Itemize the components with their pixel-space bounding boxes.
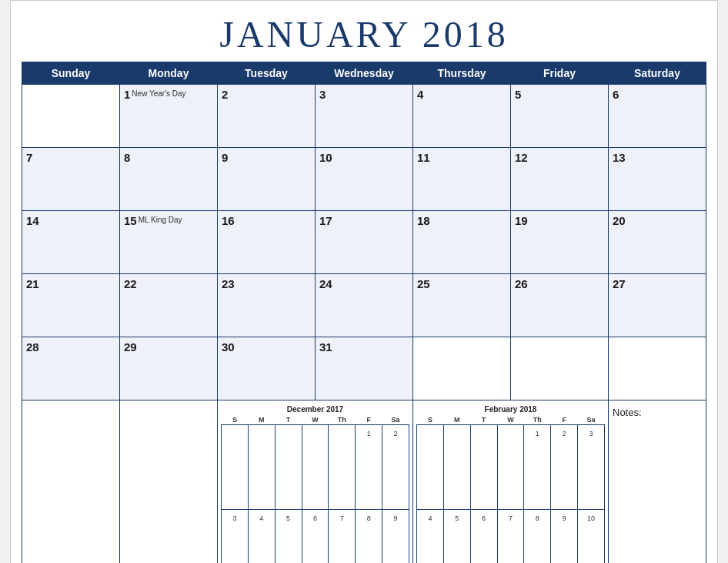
calendar-day-cell[interactable]: 16 bbox=[218, 211, 316, 274]
day-number: 5 bbox=[515, 88, 521, 101]
calendar-day-cell[interactable]: 13 bbox=[609, 148, 706, 211]
header-cell: Thursday bbox=[413, 62, 511, 85]
header-cell: Sunday bbox=[22, 62, 120, 85]
mini-cal-feb: February 2018SMTWThFSa123456789101112131… bbox=[413, 400, 609, 564]
day-number: 24 bbox=[319, 277, 332, 290]
header-cell: Tuesday bbox=[218, 62, 316, 85]
calendar-day-cell[interactable] bbox=[511, 337, 609, 400]
bottom-empty-mon bbox=[120, 400, 218, 564]
bottom-empty-sun bbox=[22, 400, 120, 564]
day-number: 14 bbox=[26, 214, 39, 227]
day-number: 30 bbox=[222, 340, 235, 354]
holiday-label: New Year's Day bbox=[132, 89, 185, 98]
day-number: 13 bbox=[613, 151, 626, 164]
day-number: 17 bbox=[319, 214, 332, 227]
day-number: 16 bbox=[222, 214, 235, 227]
day-number: 7 bbox=[26, 151, 32, 164]
calendar-day-cell[interactable] bbox=[609, 337, 706, 400]
day-number: 4 bbox=[417, 88, 423, 101]
calendar-container: JANUARY 2018 SundayMondayTuesdayWednesda… bbox=[10, 0, 718, 563]
calendar-week-row: 28293031 bbox=[22, 337, 706, 400]
calendar-day-cell[interactable] bbox=[413, 337, 511, 400]
calendar-day-cell[interactable]: 11 bbox=[413, 148, 511, 211]
calendar-day-cell[interactable]: 2 bbox=[218, 85, 316, 148]
day-number: 26 bbox=[515, 277, 528, 290]
calendar-day-cell[interactable]: 22 bbox=[120, 274, 218, 337]
day-number: 11 bbox=[417, 151, 430, 164]
day-number: 10 bbox=[319, 151, 332, 164]
day-number: 19 bbox=[515, 214, 528, 227]
calendar-day-cell[interactable]: 20 bbox=[609, 211, 706, 274]
day-number: 12 bbox=[515, 151, 528, 164]
calendar-day-cell[interactable]: 28 bbox=[22, 337, 120, 400]
day-number: 27 bbox=[613, 277, 626, 290]
mini-cal-dec: December 2017SMTWThFSa123456789101112131… bbox=[218, 400, 413, 564]
calendar-day-cell[interactable]: 7 bbox=[22, 148, 120, 211]
header-cell: Wednesday bbox=[316, 62, 413, 85]
calendar-day-cell[interactable]: 19 bbox=[511, 211, 609, 274]
day-number: 29 bbox=[124, 340, 137, 354]
calendar-day-cell[interactable]: 27 bbox=[609, 274, 706, 337]
calendar-day-cell[interactable]: 8 bbox=[120, 148, 218, 211]
day-number: 21 bbox=[26, 277, 39, 290]
calendar-day-cell[interactable]: 18 bbox=[413, 211, 511, 274]
calendar-day-cell[interactable]: 12 bbox=[511, 148, 609, 211]
day-number: 1 bbox=[124, 88, 130, 101]
header-row: SundayMondayTuesdayWednesdayThursdayFrid… bbox=[22, 62, 706, 85]
day-number: 9 bbox=[222, 151, 228, 164]
calendar-week-row: 78910111213 bbox=[22, 148, 706, 211]
calendar-day-cell[interactable]: 3 bbox=[316, 85, 413, 148]
day-number: 22 bbox=[124, 277, 137, 290]
calendar-day-cell[interactable]: 14 bbox=[22, 211, 120, 274]
calendar-day-cell[interactable]: 17 bbox=[316, 211, 413, 274]
calendar-day-cell[interactable]: 15ML King Day bbox=[120, 211, 218, 274]
calendar-title: JANUARY 2018 bbox=[22, 8, 706, 62]
day-number: 28 bbox=[26, 340, 39, 354]
calendar-day-cell[interactable] bbox=[22, 85, 120, 148]
calendar-week-row: 1New Year's Day23456 bbox=[22, 85, 706, 148]
header-cell: Saturday bbox=[609, 62, 706, 85]
notes-label: Notes: bbox=[613, 407, 642, 418]
header-cell: Monday bbox=[120, 62, 218, 85]
day-number: 6 bbox=[613, 88, 619, 101]
calendar-week-row: 21222324252627 bbox=[22, 274, 706, 337]
calendar-week-row: 1415ML King Day1617181920 bbox=[22, 211, 706, 274]
calendar-day-cell[interactable]: 29 bbox=[120, 337, 218, 400]
day-number: 25 bbox=[417, 277, 430, 290]
day-number: 15 bbox=[124, 214, 137, 227]
calendar-table: SundayMondayTuesdayWednesdayThursdayFrid… bbox=[22, 62, 706, 563]
calendar-day-cell[interactable]: 4 bbox=[413, 85, 511, 148]
calendar-day-cell[interactable]: 25 bbox=[413, 274, 511, 337]
header-cell: Friday bbox=[511, 62, 609, 85]
day-number: 8 bbox=[124, 151, 130, 164]
calendar-day-cell[interactable]: 10 bbox=[316, 148, 413, 211]
day-number: 3 bbox=[319, 88, 326, 101]
calendar-day-cell[interactable]: 9 bbox=[218, 148, 316, 211]
calendar-day-cell[interactable]: 1New Year's Day bbox=[120, 85, 218, 148]
notes-cell: Notes: bbox=[609, 400, 706, 564]
calendar-day-cell[interactable]: 21 bbox=[22, 274, 120, 337]
day-number: 2 bbox=[222, 88, 228, 101]
day-number: 18 bbox=[417, 214, 430, 227]
calendar-day-cell[interactable]: 31 bbox=[316, 337, 413, 400]
bottom-row: December 2017SMTWThFSa123456789101112131… bbox=[22, 400, 706, 564]
calendar-day-cell[interactable]: 6 bbox=[609, 85, 706, 148]
day-number: 31 bbox=[319, 340, 332, 354]
calendar-day-cell[interactable]: 24 bbox=[316, 274, 413, 337]
calendar-day-cell[interactable]: 26 bbox=[511, 274, 609, 337]
calendar-day-cell[interactable]: 23 bbox=[218, 274, 316, 337]
day-number: 23 bbox=[222, 277, 235, 290]
calendar-day-cell[interactable]: 30 bbox=[218, 337, 316, 400]
holiday-label: ML King Day bbox=[139, 216, 182, 224]
day-number: 20 bbox=[613, 214, 626, 227]
calendar-day-cell[interactable]: 5 bbox=[511, 85, 609, 148]
